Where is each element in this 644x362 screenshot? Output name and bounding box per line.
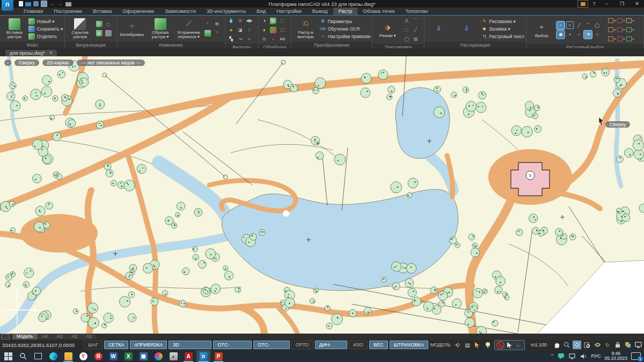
ribbon-icon-fence-select-1[interactable]: ≡ [557,21,565,29]
ribbon-icon-layers-img[interactable]: ▦ [269,17,277,25]
status-toggle-ВЕС[interactable]: ВЕС [369,341,388,349]
status-toggle-ОРТО[interactable]: ОРТО [291,341,313,349]
ribbon-icon-invert[interactable]: ⊘ [236,17,244,25]
ribbon-icon-mirror-v[interactable]: ↕ [245,26,253,34]
ribbon-button-raster-draw[interactable]: ✎Рисование ▾ [481,18,524,25]
ribbon-icon-obj-green-3[interactable]: ▾ [626,35,634,43]
ribbon-tab-Главная[interactable]: Главная [18,8,48,15]
ribbon-icon-corner-filter[interactable]: ⌐ [245,35,253,43]
ribbon-icon-obj-orange-1[interactable]: ▾ [608,17,616,25]
layout-tab-Модель[interactable]: Модель [12,334,38,339]
taskbar-excel-icon[interactable]: X [121,350,135,362]
ribbon-icon-gradient-preview[interactable] [104,29,112,38]
ribbon-icon-remove-select[interactable]: − [575,31,583,39]
ribbon-icon-despeckle[interactable]: ◪ [236,26,244,34]
new-file-icon[interactable] [19,1,23,6]
ribbon-button-raster-to-vector[interactable]: ⎌Растр в векторы [293,18,318,40]
ribbon-button-deskew[interactable]: ⟋Устранение перекоса ▾ [175,18,202,40]
taskbar-explorer-icon[interactable] [61,350,75,362]
taskbar-yandex-icon[interactable]: Я [91,350,105,362]
zoom-icon[interactable] [563,341,570,349]
ribbon-button-calibrate[interactable]: 🞡Калибровка [119,20,145,38]
lineweight-bulb-icon[interactable] [484,341,492,349]
taskbar-edge-icon[interactable] [46,350,60,362]
taskbar-calculator-icon[interactable]: ▦ [136,350,150,362]
ribbon-tab-Вид[interactable]: Вид [251,8,271,15]
ribbon-tab-Вставка[interactable]: Вставка [87,8,117,15]
ribbon-tab-Вывод[interactable]: Вывод [307,8,333,15]
ribbon-icon-smooth[interactable]: ↝ [236,35,244,43]
space-indicator[interactable]: МОДЕЛЬ [430,342,451,348]
fullscreen-icon[interactable] [634,341,642,349]
ribbon-icon-auto-level[interactable]: ⬚ [279,26,287,34]
nanocad-logo-icon[interactable]: n [2,0,13,11]
status-toggle-ОТС-ОБЪЕКТ[interactable]: ОТС-ОБЪЕКТ [213,341,252,349]
drawing-canvas[interactable]: 5 - Сверху 2D-каркас — нет связанных вид… [0,56,644,334]
viewport-menu-button[interactable]: - [4,60,11,66]
ribbon-icon-image-checker[interactable]: ▦ [95,29,103,38]
store-icon[interactable] [577,0,588,8]
viewport-linked-views-button[interactable]: — нет связанных видов — [77,60,145,66]
layout-tab-A1[interactable]: A1 [82,334,96,339]
orbit-icon[interactable] [594,341,601,349]
ribbon-button-raster-select[interactable]: ⌖Выбор [528,21,555,39]
ribbon-tab-Топоплан[interactable]: Топоплан [400,8,434,15]
ribbon-icon-obj-orange-2[interactable]: ▾ [608,26,616,34]
tray-expand-icon[interactable]: ⌃ [550,353,554,359]
ribbon-icon-crop[interactable]: ⧉ [213,20,221,28]
print-icon[interactable] [65,2,71,6]
regen-icon[interactable]: ↻ [604,341,611,349]
ribbon-button-conversion-params[interactable]: ⚙Параметры [320,18,371,25]
status-toggle-ШТРИХОВКА[interactable]: ШТРИХОВКА [390,341,428,349]
tray-volume-icon[interactable] [580,353,587,359]
layers-icon[interactable] [624,341,632,349]
ribbon-button-ocr-training[interactable]: ABОбучение OCR [320,26,371,32]
status-toggle-ШАГ[interactable]: ШАГ [84,341,103,349]
ribbon-button-rasterize-all[interactable]: ⇓ [426,23,452,35]
ribbon-icon-arc-select[interactable]: ⌒ [584,21,592,29]
ribbon-icon-resize[interactable]: ⌝ [213,29,221,38]
ribbon-tab-Оформление[interactable]: Оформление [117,8,159,15]
zoom-window-icon[interactable] [573,341,581,349]
ribbon-tab-Облака точек[interactable]: Облака точек [357,8,400,15]
status-toggle-3D оПРИВЯЗКА[interactable]: 3D оПРИВЯЗКА [169,341,211,349]
tray-network-icon[interactable] [569,353,576,359]
document-tab[interactable]: для презы.dwg* ✕ [5,50,57,56]
ribbon-icon-trace-nodes[interactable]: ⬚ [402,26,411,34]
ribbon-icon-color-gradient[interactable] [269,26,277,34]
minimize-button[interactable]: – [600,1,614,8]
lock-ui-icon[interactable] [496,341,504,349]
ribbon-tab-Растр[interactable]: Растр [333,8,358,15]
close-button[interactable]: ✕ [630,1,644,8]
ribbon-icon-venn[interactable]: ◎ [260,35,268,43]
ribbon-icon-fence-select-2[interactable]: ≡ [566,21,574,29]
ribbon-icon-palette[interactable]: 🞄 [269,35,277,43]
status-toggle-ДИН-ВВОД[interactable]: ДИН-ВВОД [315,341,348,349]
taskbar-autocad-icon[interactable]: A [181,350,195,362]
status-toggle-ОТС-ПОЛЯР[interactable]: ОТС-ПОЛЯР [253,341,290,349]
ribbon-icon-droplet-filter[interactable]: 💧 [227,17,235,25]
taskbar-powerpoint-icon[interactable]: P [211,350,225,362]
tray-language[interactable]: РУС [591,353,601,359]
notification-icon[interactable]: 1 [631,352,641,360]
ribbon-icon-add-select[interactable]: + [566,31,574,39]
ribbon-icon-image-settings[interactable]: ⚙ [95,20,103,28]
ucs-toggle-icon[interactable]: ∟ [515,341,523,349]
ribbon-icon-circle-select[interactable]: ◯ [593,21,601,29]
ribbon-icon-trace-polyline[interactable]: ⋀ [402,17,411,25]
taskbar-cad-tools-icon[interactable]: ▲ [166,350,180,362]
ribbon-tab-Настройки[interactable]: Настройки [271,8,307,15]
ribbon-button-save-raster[interactable]: Сохранить ▾ [28,26,63,32]
selection-cycling-icon[interactable] [474,341,481,349]
ribbon-icon-green-area[interactable] [204,29,212,38]
help-button[interactable]: ? [589,1,599,8]
taskbar-yandex-browser-icon[interactable]: Y [76,350,90,362]
ribbon-button-new-raster[interactable]: Новый ▾ [28,18,63,25]
status-toggle-СЕТКА[interactable]: СЕТКА [104,341,128,349]
open-file-icon[interactable] [25,2,31,6]
ribbon-icon-select-corners[interactable]: ⌜ [204,20,212,28]
viewport-view-button[interactable]: Сверху [14,60,39,66]
taskbar-word-icon[interactable]: W [106,350,120,362]
pan-icon[interactable] [553,341,560,349]
document-close-icon[interactable]: ✕ [49,50,53,55]
